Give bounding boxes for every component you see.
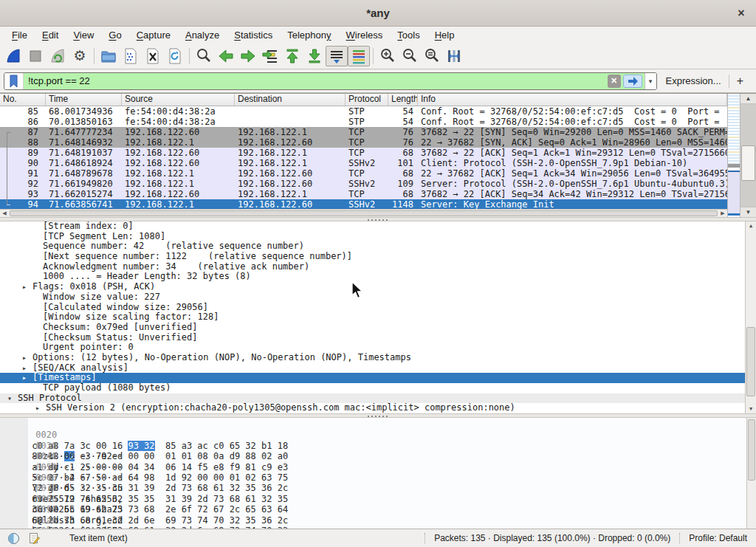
details-scroll-down-icon[interactable]: ▼: [746, 405, 756, 413]
expand-arrow-icon[interactable]: ▸: [35, 403, 46, 413]
column-header-time[interactable]: Time: [46, 94, 122, 106]
packet-row[interactable]: 90 71.648618924 192.168.122.60 192.168.1…: [0, 158, 727, 168]
menu-item[interactable]: File: [4, 29, 35, 41]
menu-item[interactable]: Analyze: [178, 29, 227, 41]
detail-line[interactable]: Acknowledgment number: 34 (relative ack …: [0, 262, 756, 272]
menu-item[interactable]: Statistics: [227, 29, 280, 41]
go-last-packet-button[interactable]: [303, 46, 326, 66]
detail-line[interactable]: ▸ Options: (12 bytes), No-Operation (NOP…: [0, 353, 756, 363]
open-file-button[interactable]: [97, 46, 120, 66]
column-header-destination[interactable]: Destination: [235, 94, 346, 106]
packet-row[interactable]: 89 71.648191037 192.168.122.60 192.168.1…: [0, 148, 727, 158]
auto-scroll-button[interactable]: [326, 46, 348, 66]
column-header-info[interactable]: Info: [418, 94, 727, 106]
colorize-packets-button[interactable]: [348, 46, 370, 66]
column-header-length[interactable]: Length: [388, 94, 418, 106]
filter-history-dropdown[interactable]: ▾: [645, 73, 656, 89]
go-forward-button[interactable]: [237, 46, 259, 66]
vscroll-down-arrow-icon[interactable]: ▼: [740, 207, 756, 217]
zoom-in-button[interactable]: [377, 46, 399, 66]
packet-row[interactable]: 94 71.663856741 192.168.122.1 192.168.12…: [0, 199, 727, 209]
details-vscrollbar[interactable]: ▲ ▼: [745, 221, 756, 413]
details-scroll-up-icon[interactable]: ▲: [746, 221, 756, 230]
detail-line[interactable]: [Next sequence number: 1122 (relative se…: [0, 252, 756, 262]
packet-row[interactable]: 88 71.648146932 192.168.122.1 192.168.12…: [0, 137, 727, 148]
close-file-button[interactable]: [142, 46, 164, 66]
hex-row[interactable]: 0020 c0 a8 7a 3c 00 16 93 32 85 a3 ac c0…: [0, 419, 756, 430]
vscroll-thumb[interactable]: [741, 145, 755, 182]
column-header-source[interactable]: Source: [122, 94, 235, 106]
go-back-button[interactable]: [215, 46, 237, 66]
packet-row[interactable]: 86 70.013850163 fe:54:00:d4:38:2a STP 54…: [0, 117, 727, 127]
detail-line[interactable]: ▸ SSH Version 2 (encryption:chacha20-pol…: [0, 403, 756, 413]
hex-bytes[interactable]: 63 75 72 76 65 32 35 35 31 39 2d 73 68 6…: [32, 494, 323, 504]
menu-item[interactable]: Go: [101, 29, 128, 41]
detail-line[interactable]: [Stream index: 0]: [0, 221, 756, 232]
expression-button[interactable]: Expression...: [657, 75, 729, 86]
menu-item[interactable]: Telephony: [280, 29, 338, 41]
packet-row[interactable]: 87 71.647777234 192.168.122.60 192.168.1…: [0, 127, 727, 137]
hex-scroll-thumb[interactable]: [748, 419, 755, 481]
menu-item[interactable]: Help: [427, 29, 462, 41]
column-header-no[interactable]: No.: [0, 94, 46, 106]
start-capture-button[interactable]: [2, 46, 24, 66]
hex-bytes[interactable]: 68 2d 73 68 61 32 2d 6e 69 73 74 70 32 3…: [32, 515, 323, 526]
menu-item[interactable]: Wireless: [339, 29, 391, 41]
detail-line[interactable]: ▾ SSH Protocol: [0, 393, 756, 404]
expand-arrow-icon[interactable]: ▸: [22, 373, 32, 383]
restart-capture-button[interactable]: [47, 46, 69, 66]
display-filter-input[interactable]: !tcp.port == 22: [24, 73, 605, 89]
menu-item[interactable]: Tools: [390, 29, 427, 41]
vscroll-track[interactable]: [740, 104, 756, 207]
detail-line[interactable]: Urgent pointer: 0: [0, 343, 756, 353]
detail-line[interactable]: ▸ [Timestamps]: [0, 373, 756, 383]
filter-bookmark-button[interactable]: [4, 73, 24, 89]
filter-add-button[interactable]: +: [729, 75, 752, 88]
capture-comment-icon[interactable]: [29, 532, 40, 544]
expand-arrow-icon[interactable]: ▸: [22, 363, 32, 374]
expert-info-icon[interactable]: [7, 532, 20, 545]
hex-vscrollbar[interactable]: [746, 418, 756, 529]
packet-list-hscrollbar[interactable]: ◀ ▶: [0, 209, 727, 217]
profile-button[interactable]: Profile: Default: [679, 533, 749, 543]
hscroll-left-arrow-icon[interactable]: ◀: [0, 210, 9, 217]
hex-row[interactable]: 0030 80 18 00 e3 79 ed 00 00 01 01 08 0a…: [0, 430, 756, 440]
hscroll-thumb[interactable]: [10, 210, 718, 216]
detail-line[interactable]: ▸ Flags: 0x018 (PSH, ACK): [0, 282, 756, 292]
menu-item[interactable]: Edit: [35, 29, 66, 41]
hex-bytes[interactable]: 5c 27 b2 67 50 ad 64 98 1d 92 00 00 01 0…: [32, 472, 323, 483]
zoom-out-button[interactable]: [399, 46, 421, 66]
find-packet-button[interactable]: [193, 46, 215, 66]
reload-file-button[interactable]: [164, 46, 186, 66]
packet-row[interactable]: 85 68.001734936 fe:54:00:d4:38:2a STP 54…: [0, 106, 727, 117]
expand-arrow-icon[interactable]: ▸: [22, 282, 32, 292]
vscroll-up-arrow-icon[interactable]: ▲: [740, 94, 756, 104]
expand-arrow-icon[interactable]: ▾: [7, 393, 18, 404]
resize-columns-button[interactable]: [443, 46, 465, 66]
detail-line[interactable]: [Checksum Status: Unverified]: [0, 333, 756, 343]
filter-clear-button[interactable]: ✕: [608, 75, 621, 88]
packet-list-vscrollbar[interactable]: ▲ ▼: [740, 94, 756, 217]
zoom-reset-button[interactable]: [421, 46, 443, 66]
column-header-protocol[interactable]: Protocol: [346, 94, 388, 106]
details-scroll-thumb[interactable]: [746, 327, 755, 396]
hex-bytes[interactable]: a1 dd c1 25 00 00 04 34 06 14 f5 e8 f9 8…: [32, 462, 323, 472]
hex-bytes[interactable]: c0 a8 7a 3c 00 16 93 32 85 a3 ac c0 65 3…: [32, 441, 323, 451]
filter-apply-button[interactable]: [623, 75, 642, 88]
close-button[interactable]: ×: [734, 6, 749, 21]
packet-row[interactable]: 93 71.662015274 192.168.122.60 192.168.1…: [0, 189, 727, 199]
packet-row[interactable]: 92 71.661949820 192.168.122.1 192.168.12…: [0, 179, 727, 189]
go-to-packet-button[interactable]: [259, 46, 281, 66]
menu-item[interactable]: View: [66, 29, 101, 41]
hex-bytes[interactable]: 36 40 6c 69 62 73 73 68 2e 6f 72 67 2c 6…: [32, 504, 323, 515]
hscroll-right-arrow-icon[interactable]: ▶: [718, 210, 727, 217]
detail-line[interactable]: [TCP Segment Len: 1080]: [0, 232, 756, 242]
detail-line[interactable]: [Calculated window size: 29056]: [0, 303, 756, 313]
save-file-button[interactable]: [120, 46, 142, 66]
go-first-packet-button[interactable]: [281, 46, 303, 66]
detail-line[interactable]: Checksum: 0x79ed [unverified]: [0, 323, 756, 333]
packet-row[interactable]: 91 71.648789678 192.168.122.1 192.168.12…: [0, 168, 727, 179]
detail-line[interactable]: TCP payload (1080 bytes): [0, 383, 756, 393]
detail-line[interactable]: 1000 .... = Header Length: 32 bytes (8): [0, 272, 756, 282]
hex-bytes[interactable]: 65 63 64 68 2d 73 68 61 32 2d 6e 69 73 7…: [32, 526, 323, 529]
